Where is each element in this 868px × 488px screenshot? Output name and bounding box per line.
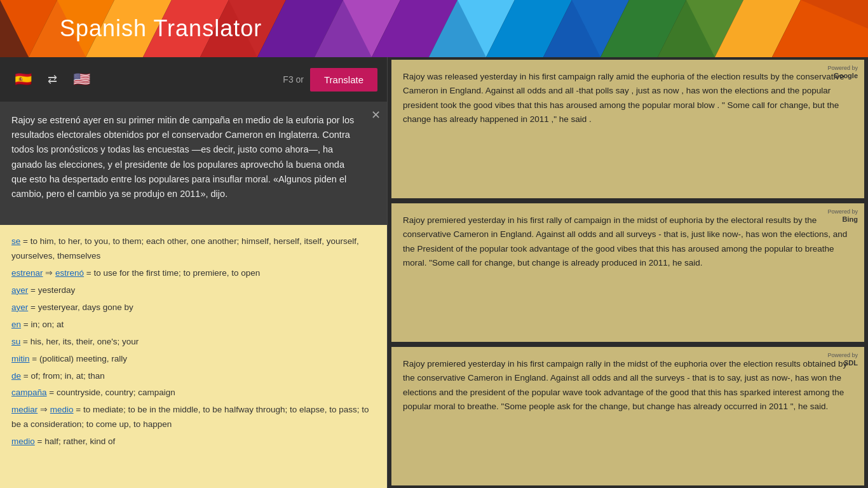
translate-button[interactable]: Translate xyxy=(310,68,377,92)
swap-icon: ⇄ xyxy=(48,72,57,86)
dict-definition: = (political) meeting, rally xyxy=(32,354,127,363)
translation-text: Rajoy was released yesterday in his firs… xyxy=(403,70,853,126)
dict-definition: = yesterday xyxy=(31,285,75,295)
dict-definition: = his, her, its, their, one's; your xyxy=(23,337,139,346)
swap-languages-button[interactable]: ⇄ xyxy=(43,70,62,89)
dict-word-link[interactable]: ayer xyxy=(11,302,28,312)
left-panel: 🇪🇸 ⇄ 🇺🇸 F3 or Translate ✕ se = to him, t… xyxy=(0,57,388,488)
dict-word-link[interactable]: en xyxy=(11,320,21,329)
list-item: mitin = (political) meeting, rally xyxy=(11,352,376,367)
dict-definition: = yesteryear, days gone by xyxy=(31,302,133,312)
dict-definition: = to him, to her, to you, to them; each … xyxy=(11,236,359,261)
dictionary-panel: se = to him, to her, to you, to them; ea… xyxy=(0,225,387,488)
translation-card: Powered by Google Rajoy was released yes… xyxy=(391,60,864,198)
source-text-input[interactable] xyxy=(0,102,387,222)
dict-arrow: ⇒ xyxy=(45,268,53,278)
list-item: mediar ⇒ medio = to mediate; to be in th… xyxy=(11,403,376,432)
dict-definition: = of; from; in, at; than xyxy=(24,371,105,381)
dict-arrow: ⇒ xyxy=(40,405,48,414)
translation-text: Rajoy premiered yesterday in his first c… xyxy=(403,357,853,414)
dict-definition: = countryside, country; campaign xyxy=(49,388,175,397)
translation-card: Powered by SDL Rajoy premiered yesterday… xyxy=(391,347,864,485)
app-title: Spanish Translator xyxy=(60,15,262,42)
clear-input-button[interactable]: ✕ xyxy=(371,108,381,122)
provider-name: SDL xyxy=(844,359,858,367)
dict-word-link[interactable]: mitin xyxy=(11,354,30,363)
dict-definition: = to use for the first time; to premiere… xyxy=(86,268,261,278)
list-item: de = of; from; in, at; than xyxy=(11,369,376,384)
toolbar: 🇪🇸 ⇄ 🇺🇸 F3 or Translate xyxy=(0,57,387,102)
dict-word-link[interactable]: de xyxy=(11,371,21,381)
powered-by-label: Powered by xyxy=(827,65,858,71)
dict-word-link[interactable]: ayer xyxy=(11,285,28,295)
dict-word-link[interactable]: campaña xyxy=(11,388,47,397)
list-item: ayer = yesterday xyxy=(11,283,376,298)
dict-word-link[interactable]: medio xyxy=(11,437,35,446)
list-item: ayer = yesteryear, days gone by xyxy=(11,301,376,315)
dict-inflected-link[interactable]: estrenó xyxy=(55,268,84,278)
list-item: campaña = countryside, country; campaign xyxy=(11,386,376,400)
dict-definition: = half; rather, kind of xyxy=(37,437,116,446)
powered-by-label: Powered by xyxy=(827,352,858,358)
usa-flag-icon: 🇺🇸 xyxy=(73,71,90,88)
list-item: estrenar ⇒ estrenó = to use for the firs… xyxy=(11,266,376,281)
provider-attribution: Powered by Bing xyxy=(827,208,858,224)
powered-by-label: Powered by xyxy=(827,208,858,215)
app-header: Spanish Translator xyxy=(0,0,868,57)
main-content: 🇪🇸 ⇄ 🇺🇸 F3 or Translate ✕ se = to him, t… xyxy=(0,57,868,488)
dict-word-link[interactable]: mediar xyxy=(11,405,37,414)
source-language-button[interactable]: 🇪🇸 xyxy=(10,66,36,93)
input-area: ✕ xyxy=(0,102,387,225)
dict-word-link[interactable]: su xyxy=(11,337,20,346)
provider-name: Google xyxy=(834,72,858,79)
dict-word-link[interactable]: estrenar xyxy=(11,268,43,278)
dict-definition: = in; on; at xyxy=(24,320,64,329)
list-item: en = in; on; at xyxy=(11,318,376,332)
spain-flag-icon: 🇪🇸 xyxy=(15,71,32,88)
provider-attribution: Powered by SDL xyxy=(827,352,858,367)
right-panel: Powered by Google Rajoy was released yes… xyxy=(388,57,868,488)
provider-name: Bing xyxy=(843,215,858,223)
list-item: se = to him, to her, to you, to them; ea… xyxy=(11,234,376,264)
dict-word-link[interactable]: se xyxy=(11,236,20,246)
list-item: medio = half; rather, kind of xyxy=(11,435,376,449)
target-language-button[interactable]: 🇺🇸 xyxy=(68,66,95,93)
list-item: su = his, her, its, their, one's; your xyxy=(11,335,376,349)
translation-text: Rajoy premiered yesterday in his first r… xyxy=(403,214,853,270)
provider-attribution: Powered by Google xyxy=(827,65,858,80)
shortcut-hint: F3 or xyxy=(283,74,304,85)
dict-inflected-link[interactable]: medio xyxy=(50,405,74,414)
translation-card: Powered by Bing Rajoy premiered yesterda… xyxy=(391,203,864,342)
